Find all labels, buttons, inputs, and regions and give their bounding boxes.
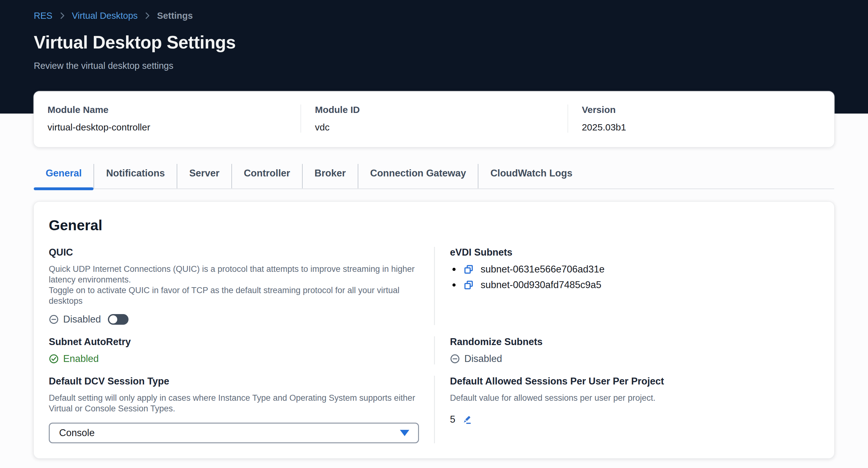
breadcrumb-link-res[interactable]: RES bbox=[34, 9, 53, 22]
randomize-subnets-label: Randomize Subnets bbox=[450, 336, 819, 348]
version-label: Version bbox=[582, 105, 820, 115]
randomize-subnets-status-row: Disabled bbox=[450, 353, 819, 364]
default-dcv-session-type-label: Default DCV Session Type bbox=[49, 376, 419, 387]
evdi-subnets-label: eVDI Subnets bbox=[450, 247, 819, 258]
dcv-session-type-select[interactable]: Console bbox=[49, 422, 419, 443]
tab-notifications[interactable]: Notifications bbox=[93, 164, 177, 188]
subnet-list-item: subnet-0631e566e706ad31e bbox=[450, 264, 819, 275]
subnet-autoretry-status-row: Enabled bbox=[49, 353, 419, 364]
caret-down-icon bbox=[400, 430, 409, 436]
module-name-label: Module Name bbox=[48, 105, 287, 115]
default-dcv-session-type-description: Default setting will only apply in cases… bbox=[49, 392, 419, 414]
module-name-value: virtual-desktop-controller bbox=[48, 122, 287, 133]
module-id-value: vdc bbox=[315, 122, 553, 133]
quic-status-text: Disabled bbox=[63, 314, 101, 325]
version-field: Version 2025.03b1 bbox=[567, 105, 834, 133]
subnet-autoretry-status-text: Enabled bbox=[63, 353, 99, 364]
quic-description-1: Quick UDP Internet Connections (QUIC) is… bbox=[49, 264, 419, 285]
page-title: Virtual Desktop Settings bbox=[34, 32, 834, 53]
tab-controller[interactable]: Controller bbox=[231, 164, 302, 188]
copy-icon[interactable] bbox=[464, 264, 474, 274]
default-allowed-sessions-description: Default value for allowed sessions per u… bbox=[450, 392, 819, 403]
disabled-minus-circle-icon bbox=[450, 354, 460, 364]
tab-server[interactable]: Server bbox=[177, 164, 231, 188]
module-name-field: Module Name virtual-desktop-controller bbox=[34, 105, 301, 133]
tab-broker[interactable]: Broker bbox=[302, 164, 358, 188]
breadcrumb: RES Virtual Desktops Settings bbox=[34, 9, 834, 22]
quic-label: QUIC bbox=[49, 247, 419, 258]
subnet-id-text: subnet-0631e566e706ad31e bbox=[480, 264, 605, 275]
default-dcv-session-type-field: Default DCV Session Type Default setting… bbox=[49, 376, 434, 443]
tab-connection-gateway[interactable]: Connection Gateway bbox=[358, 164, 478, 188]
edit-pencil-icon[interactable] bbox=[462, 414, 472, 425]
tab-general[interactable]: General bbox=[34, 164, 93, 188]
subnet-autoretry-field: Subnet AutoRetry Enabled bbox=[49, 336, 434, 364]
randomize-subnets-status-text: Disabled bbox=[464, 353, 502, 364]
chevron-right-icon bbox=[143, 11, 152, 20]
evdi-subnets-field: eVDI Subnets subnet-0631e566e706ad31e su… bbox=[434, 247, 819, 325]
breadcrumb-current: Settings bbox=[157, 9, 193, 22]
module-id-label: Module ID bbox=[315, 105, 553, 115]
page-subtitle: Review the virtual desktop settings bbox=[34, 61, 834, 71]
evdi-subnet-list: subnet-0631e566e706ad31e subnet-00d930af… bbox=[450, 264, 819, 291]
module-id-field: Module ID vdc bbox=[301, 105, 567, 133]
toggle-knob bbox=[109, 315, 117, 323]
default-allowed-sessions-value: 5 bbox=[450, 414, 455, 425]
default-allowed-sessions-value-row: 5 bbox=[450, 414, 819, 425]
quic-toggle[interactable] bbox=[108, 314, 128, 325]
general-section-heading: General bbox=[49, 217, 819, 234]
general-settings-card: General QUIC Quick UDP Internet Connecti… bbox=[34, 202, 834, 458]
module-info-card: Module Name virtual-desktop-controller M… bbox=[34, 91, 834, 147]
subnet-list-item: subnet-00d930afd7485c9a5 bbox=[450, 280, 819, 291]
default-allowed-sessions-field: Default Allowed Sessions Per User Per Pr… bbox=[434, 376, 819, 443]
subnet-autoretry-label: Subnet AutoRetry bbox=[49, 336, 419, 348]
dcv-session-type-selected-value: Console bbox=[59, 427, 95, 439]
enabled-check-circle-icon bbox=[49, 354, 59, 364]
settings-grid: QUIC Quick UDP Internet Connections (QUI… bbox=[49, 247, 819, 443]
settings-tabs: General Notifications Server Controller … bbox=[34, 164, 834, 189]
randomize-subnets-field: Randomize Subnets Disabled bbox=[434, 336, 819, 364]
version-value: 2025.03b1 bbox=[582, 122, 820, 133]
chevron-right-icon bbox=[58, 11, 67, 20]
copy-icon[interactable] bbox=[464, 280, 474, 290]
disabled-minus-circle-icon bbox=[49, 314, 59, 324]
quic-field: QUIC Quick UDP Internet Connections (QUI… bbox=[49, 247, 434, 325]
tab-cloudwatch-logs[interactable]: CloudWatch Logs bbox=[478, 164, 584, 188]
default-allowed-sessions-label: Default Allowed Sessions Per User Per Pr… bbox=[450, 376, 819, 387]
quic-status-row: Disabled bbox=[49, 314, 419, 325]
breadcrumb-link-virtual-desktops[interactable]: Virtual Desktops bbox=[72, 9, 138, 22]
subnet-id-text: subnet-00d930afd7485c9a5 bbox=[480, 280, 601, 291]
main-content: Module Name virtual-desktop-controller M… bbox=[34, 91, 834, 458]
quic-description-2: Toggle on to activate QUIC in favor of T… bbox=[49, 285, 419, 306]
